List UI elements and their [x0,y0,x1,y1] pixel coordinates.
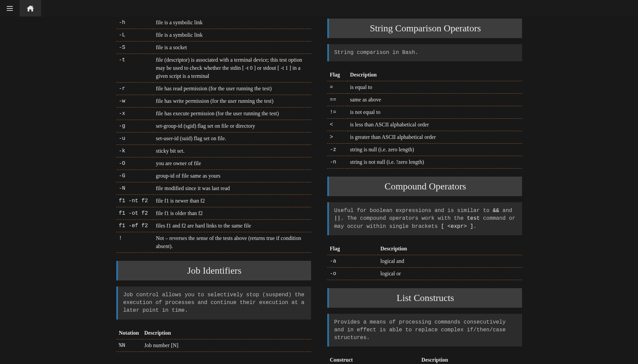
compound-operators-blurb: Useful for boolean expressions and is si… [327,202,522,235]
flag-cell: -z [327,144,347,156]
job-identifiers-table: Notation Description %NJob number [N] [116,327,311,352]
table-row: -Ggroup-id of file same as yours [116,170,311,182]
desc-cell: is less than ASCII alphabetical order [347,119,522,131]
flag-cell: f1 -ot f2 [116,207,153,220]
table-row: <is less than ASCII alphabetical order [327,119,522,131]
keyword: test [467,215,480,221]
table-row: -alogical and [327,255,522,267]
svg-rect-3 [32,6,33,7]
flag-cell: -a [327,255,378,267]
col-construct: Construct [327,354,419,364]
desc-cell: file is a symbolic link [153,29,311,41]
right-column: String Comparison Operators String compa… [327,17,522,364]
compound-operators-heading: Compound Operators [327,177,522,196]
desc-cell: is not equal to [347,106,522,119]
left-column: -hfile is a symbolic link-Lfile is a sym… [116,17,311,364]
desc-cell: set-user-id (suid) flag set on file. [153,132,311,145]
desc-cell: file has execute permission (for the use… [153,108,311,120]
string-comparison-table: Flag Description =is equal to==same as a… [327,69,522,169]
text: Useful for boolean expressions and is si… [334,208,493,214]
table-row: -xfile has execute permission (for the u… [116,108,311,120]
desc-cell: sticky bit set. [153,145,311,157]
job-identifiers-heading: Job Identifiers [116,261,311,280]
flag-cell: -k [116,145,153,157]
table-row: !=is not equal to [327,106,522,119]
flag-cell: -L [116,29,153,41]
string-comparison-blurb: String comparison in Bash. [327,44,522,61]
table-row: ==same as above [327,94,522,106]
flag-cell: f1 -nt f2 [116,195,153,207]
desc-cell: same as above [347,94,522,106]
desc-cell: Not – reverses the sense of the tests ab… [153,232,311,253]
flag-cell: -h [116,17,153,29]
content: -hfile is a symbolic link-Lfile is a sym… [110,0,529,364]
desc-cell: set-group-id (sgid) flag set on file or … [153,120,311,132]
desc-cell: is equal to [347,81,522,94]
desc-cell: file has read permission (for the user r… [153,83,311,95]
table-row: >is greater than ASCII alphabetical orde… [327,131,522,144]
list-constructs-table: Construct Description [327,354,522,364]
flag-cell: %N [116,339,142,352]
table-row: -hfile is a symbolic link [116,17,311,29]
keyword: && [493,208,499,214]
desc-cell: file is a symbolic link [153,17,311,29]
home-button[interactable] [20,0,41,17]
table-row: -rfile has read permission (for the user… [116,83,311,95]
flag-cell: -g [116,120,153,132]
table-row: -Nfile modified since it was last read [116,182,311,195]
table-row: -zstring is null (i.e. zero length) [327,144,522,156]
desc-cell: file (descriptor) is associated with a t… [153,54,311,83]
flag-cell: -G [116,170,153,182]
desc-cell: is greater than ASCII alphabetical order [347,131,522,144]
text: and [499,208,512,214]
col-notation: Notation [116,327,142,339]
col-flag: Flag [327,69,347,81]
flag-cell: < [327,119,347,131]
desc-cell: files f1 and f2 are hard links to the sa… [153,220,311,232]
text: . The compound operators work with the [341,215,467,221]
desc-cell: file modified since it was last read [153,182,311,195]
home-icon [27,5,34,11]
flag-cell: -n [327,156,347,169]
table-row: f1 -nt f2file f1 is newer than f2 [116,195,311,207]
table-row: -wfile has write permission (for the use… [116,95,311,108]
svg-rect-1 [7,8,13,9]
desc-cell: string is not null (i.e. !zero length) [347,156,522,169]
table-row: -Lfile is a symbolic link [116,29,311,41]
col-description: Description [419,354,522,364]
desc-cell: file f1 is older than f2 [153,207,311,220]
desc-cell: you are owner of file [153,157,311,170]
flag-cell: -x [116,108,153,120]
table-row: -nstring is not null (i.e. !zero length) [327,156,522,169]
job-identifiers-blurb: Job control allows you to selectively st… [116,286,311,320]
col-description: Description [347,69,522,81]
table-row: -ksticky bit set. [116,145,311,157]
desc-cell: file has write permission (for the user … [153,95,311,108]
flag-cell: -o [327,267,378,280]
list-constructs-heading: List Constructs [327,288,522,308]
desc-cell: group-id of file same as yours [153,170,311,182]
file-tests-table: -hfile is a symbolic link-Lfile is a sym… [116,17,311,253]
menu-button[interactable] [0,0,20,17]
flag-cell: -S [116,41,153,54]
desc-cell: string is null (i.e. zero length) [347,144,522,156]
table-row: f1 -ef f2files f1 and f2 are hard links … [116,220,311,232]
keyword: [ <expr> ] [441,223,473,230]
table-row: -tfile (descriptor) is associated with a… [116,54,311,83]
compound-operators-table: Flag Description -alogical and-ological … [327,243,522,280]
flag-cell: -u [116,132,153,145]
desc-cell: file f1 is newer than f2 [153,195,311,207]
desc-cell: file is a socket [153,41,311,54]
flag-cell: -N [116,182,153,195]
flag-cell: == [327,94,347,106]
list-constructs-blurb: Provides a means of processing commands … [327,314,522,347]
flag-cell: != [327,106,347,119]
table-row: -uset-user-id (suid) flag set on file. [116,132,311,145]
keyword: || [334,215,341,221]
topbar [0,0,638,17]
col-description: Description [378,243,522,255]
flag-cell: > [327,131,347,144]
flag-cell: -r [116,83,153,95]
flag-cell: = [327,81,347,94]
table-row: =is equal to [327,81,522,94]
